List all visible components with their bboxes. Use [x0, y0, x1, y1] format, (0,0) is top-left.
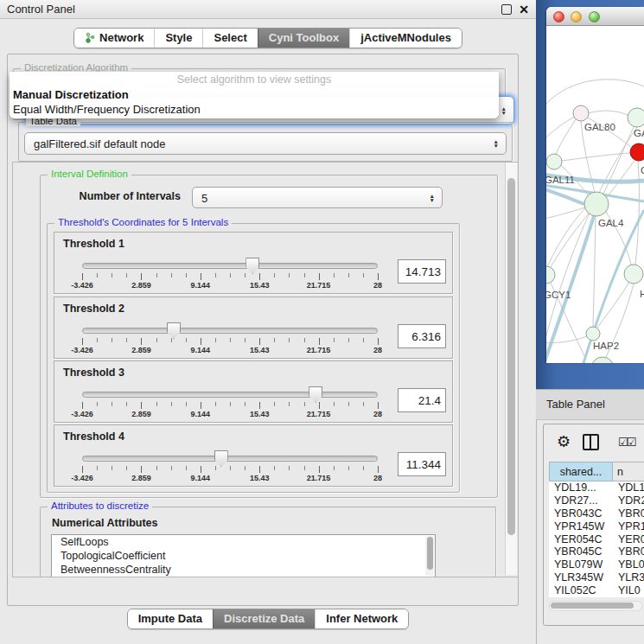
table-cell[interactable]: YLR345W	[549, 571, 613, 584]
checkbox-icon[interactable]: ☑	[627, 436, 635, 449]
network-edge[interactable]	[546, 117, 575, 147]
threshold-slider-thumb-4[interactable]	[214, 450, 228, 467]
threshold-slider-track[interactable]	[82, 392, 378, 398]
attributes-list-scrollbar[interactable]	[425, 536, 434, 576]
network-node-c[interactable]	[630, 143, 644, 161]
threshold-slider-track[interactable]	[82, 328, 378, 334]
threshold-value-field-4[interactable]: 11.344	[398, 452, 446, 476]
algorithm-placeholder: Select algorithm to view settings	[10, 72, 499, 87]
threshold-slider-thumb-3[interactable]	[309, 386, 322, 403]
slider-tick-label: 9.144	[191, 281, 211, 290]
threshold-slider-track[interactable]	[82, 263, 378, 269]
table-cell[interactable]: YDR2	[613, 494, 644, 507]
table-row[interactable]: YDL19...YDL1	[549, 481, 644, 494]
table-row[interactable]: YIL052CYIL0	[549, 584, 644, 597]
float-window-icon[interactable]	[501, 4, 512, 15]
table-cell[interactable]: YBR0	[613, 507, 644, 520]
table-cell[interactable]: YBL0	[613, 558, 644, 571]
slider-tick	[141, 466, 142, 473]
network-edge[interactable]	[593, 216, 596, 327]
network-edge[interactable]	[546, 80, 644, 104]
table-cell[interactable]: YBL079W	[549, 558, 613, 571]
table-row[interactable]: YLR345WYLR3	[549, 571, 644, 584]
table-cell[interactable]: YER0	[613, 533, 644, 546]
table-row[interactable]: YBR045CYBR0	[549, 545, 644, 558]
table-cell[interactable]: YBR0	[613, 545, 644, 558]
column-header-1[interactable]: shared...	[549, 462, 613, 481]
table-row[interactable]: YER054CYER0	[549, 533, 644, 546]
attributes-list[interactable]: SelfLoopsTopologicalCoefficientBetweenne…	[51, 534, 436, 577]
table-horizontal-scrollbar[interactable]	[549, 601, 642, 611]
close-traffic-light-icon[interactable]	[553, 11, 564, 22]
table-cell[interactable]: YER054C	[549, 533, 613, 546]
slider-tick	[245, 273, 245, 277]
gear-icon[interactable]: ⚙	[557, 432, 571, 451]
attribute-item-topologicalcoefficient[interactable]: TopologicalCoefficient	[52, 549, 435, 563]
threshold-slider-track[interactable]	[82, 456, 378, 462]
network-window-titlebar[interactable]	[546, 7, 644, 26]
table-cell[interactable]: YIL0	[613, 584, 644, 597]
network-node-gal11[interactable]	[546, 154, 562, 169]
threshold-value-field-2[interactable]: 6.316	[398, 324, 446, 348]
network-edge[interactable]	[635, 161, 639, 265]
network-node-gal80[interactable]	[573, 105, 589, 121]
table-data-combobox[interactable]: galFiltered.sif default node ▲▼	[24, 132, 507, 155]
table-cell[interactable]: YIL052C	[549, 584, 613, 597]
network-edge[interactable]	[551, 214, 589, 267]
column-header-2[interactable]: n	[613, 462, 644, 481]
network-node-gcy1[interactable]	[546, 266, 555, 284]
algorithm-option-equal-width-frequency-discretization[interactable]: Equal Width/Frequency Discretization	[10, 102, 499, 117]
minimize-traffic-light-icon[interactable]	[571, 11, 582, 22]
network-node-label: GAL4	[598, 218, 624, 228]
network-node-h[interactable]	[624, 265, 643, 284]
split-view-icon[interactable]	[583, 434, 599, 450]
tab-discretize-data[interactable]: Discretize Data	[213, 609, 315, 628]
slider-tick	[378, 402, 379, 409]
table-row[interactable]: YBR043CYBR0	[549, 507, 644, 520]
number-of-intervals-combobox[interactable]: 5 ▲▼	[192, 187, 443, 208]
table-cell[interactable]: YPR1	[613, 520, 644, 533]
network-node-ga[interactable]	[628, 108, 644, 127]
table-row[interactable]: YDR27...YDR2	[549, 494, 644, 507]
table-cell[interactable]: YBR043C	[549, 507, 613, 520]
close-icon[interactable]: ✕	[519, 5, 529, 14]
table-cell[interactable]: YDR27...	[549, 494, 613, 507]
threshold-value-field-3[interactable]: 21.4	[398, 388, 446, 412]
slider-tick-label: 15.43	[250, 281, 270, 290]
network-edge[interactable]	[546, 207, 585, 220]
tab-cyni-toolbox[interactable]: Cyni Toolbox	[258, 29, 349, 48]
network-edge[interactable]	[556, 119, 576, 155]
tab-style[interactable]: Style	[154, 29, 202, 48]
slider-tick	[334, 402, 335, 406]
tab-infer-network[interactable]: Infer Network	[315, 609, 408, 628]
network-node-gal4[interactable]	[584, 192, 609, 216]
network-edge[interactable]	[607, 161, 634, 197]
checkbox-icon[interactable]: ☑	[618, 436, 627, 449]
algorithm-option-manual-discretization[interactable]: Manual Discretization	[10, 87, 499, 102]
settings-vertical-scrollbar[interactable]	[505, 163, 517, 575]
slider-tick	[348, 273, 349, 277]
tab-network[interactable]: Network	[74, 29, 154, 48]
attribute-item-betweennesscentrality[interactable]: BetweennessCentrality	[52, 563, 435, 577]
table-cell[interactable]: YPR145W	[549, 520, 613, 533]
network-node[interactable]	[591, 357, 614, 363]
threshold-slider-thumb-2[interactable]	[167, 322, 181, 339]
table-cell[interactable]: YDL1	[613, 481, 644, 494]
table-row[interactable]: YPR145WYPR1	[549, 520, 644, 533]
table-cell[interactable]: YLR3	[613, 571, 644, 584]
table-panel-window: ⚙ ☑☑ shared...n YDL19...YDL1YDR27...YDR2…	[543, 424, 644, 626]
tab-jactivemnodules[interactable]: jActiveMNodules	[349, 29, 462, 48]
attribute-item-selfloops[interactable]: SelfLoops	[52, 535, 435, 549]
threshold-slider-thumb-1[interactable]	[245, 258, 259, 274]
network-edge[interactable]	[588, 111, 628, 115]
slider-tick-label: 9.144	[191, 474, 211, 482]
network-node-hap2[interactable]	[586, 327, 600, 341]
table-cell[interactable]: YDL19...	[549, 481, 613, 494]
zoom-traffic-light-icon[interactable]	[589, 11, 600, 22]
tab-impute-data[interactable]: Impute Data	[128, 609, 213, 628]
network-canvas[interactable]: GAL80GACGAL11GAL4GCY1HHAP2	[546, 26, 644, 363]
threshold-value-field-1[interactable]: 14.713	[398, 259, 446, 284]
table-row[interactable]: YBL079WYBL0	[549, 558, 644, 571]
tab-select[interactable]: Select	[202, 29, 257, 48]
table-cell[interactable]: YBR045C	[549, 545, 613, 558]
